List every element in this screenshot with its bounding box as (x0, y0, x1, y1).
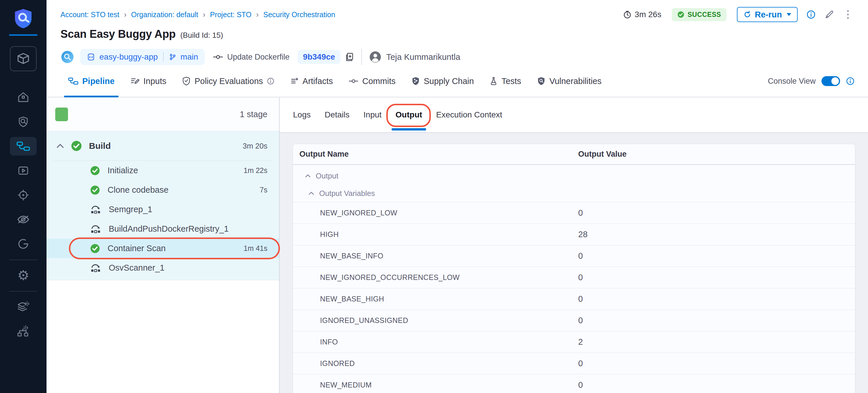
module-selector-button[interactable] (10, 46, 37, 71)
step-row[interactable]: Semgrep_1 (46, 200, 279, 219)
rerun-button[interactable]: Re-run (737, 7, 798, 22)
column-output-name: Output Name (293, 150, 578, 159)
step-name: BuildAndPushDockerRegistry_1 (109, 224, 229, 234)
info-button[interactable] (806, 10, 816, 19)
group-label: Output (316, 172, 338, 181)
variable-name: NEW_BASE_INFO (293, 252, 578, 260)
output-variables-group-row[interactable]: Output Variables (293, 185, 855, 202)
chevron-up-icon[interactable] (56, 143, 65, 149)
nav-targets[interactable] (10, 186, 37, 204)
pipeline-icon (16, 141, 30, 152)
duration-text: 3m 26s (634, 10, 661, 19)
variable-name: NEW_BASE_HIGH (293, 295, 578, 303)
policy-shield-icon (182, 77, 191, 86)
tab-vulnerabilities[interactable]: Vulnerabilities (537, 65, 601, 97)
tab-execution-context[interactable]: Execution Context (436, 97, 502, 132)
stage-row-build[interactable]: Build 3m 20s (46, 131, 279, 160)
chevron-up-icon (305, 174, 311, 178)
nav-scans[interactable] (10, 113, 37, 131)
left-nav-rail: ⚙ (0, 0, 46, 393)
commit-message[interactable]: Update Dockerfile (227, 53, 290, 62)
tab-details[interactable]: Details (325, 97, 350, 132)
nav-executions[interactable] (10, 161, 37, 180)
target-icon (17, 189, 30, 202)
stage-status-square[interactable] (55, 108, 68, 121)
tab-input[interactable]: Input (363, 97, 381, 132)
breadcrumb-separator: › (256, 10, 259, 19)
tab-label: Pipeline (82, 77, 115, 86)
breadcrumb-project[interactable]: Project: STO (210, 10, 251, 19)
vulnerability-shield-icon (537, 77, 546, 86)
tab-tests[interactable]: Tests (490, 65, 521, 97)
pencil-icon (825, 9, 834, 20)
nav-project-settings[interactable]: ⚙ (10, 266, 37, 284)
refresh-icon (743, 10, 751, 19)
step-row[interactable]: BuildAndPushDockerRegistry_1 (46, 219, 279, 239)
layers-gear-icon (16, 300, 30, 314)
nav-pipelines[interactable] (10, 137, 37, 155)
clock-icon (623, 10, 632, 19)
breadcrumb-organization[interactable]: Organization: default (131, 10, 198, 19)
tab-label: Tests (501, 77, 521, 86)
tab-artifacts[interactable]: Artifacts (290, 65, 333, 97)
stage-tree-panel: 1 stage Build 3m 20s (46, 97, 280, 393)
step-row[interactable]: Container Scan 1m 41s (46, 239, 279, 258)
tab-logs[interactable]: Logs (293, 97, 311, 132)
check-circle-icon (71, 141, 82, 151)
nav-exemptions[interactable] (10, 210, 37, 229)
stage-graph-header: 1 stage (46, 97, 279, 131)
variable-name: INFO (293, 338, 578, 346)
git-branch-icon (169, 53, 177, 61)
variable-value: 2 (578, 337, 855, 347)
output-table-card: Output Name Output Value Output Outpu (293, 144, 855, 393)
step-row[interactable]: Initialize 1m 22s (46, 161, 279, 180)
execution-header: Account: STO test › Organization: defaul… (46, 0, 868, 65)
nav-get-started[interactable] (10, 235, 37, 253)
repo-branch-pill[interactable]: easy-buggy-app main (80, 49, 205, 65)
variable-value: 0 (578, 316, 855, 325)
info-icon[interactable] (846, 77, 855, 86)
execution-tabbar: Pipeline Inputs Policy Evaluations (46, 65, 868, 97)
breadcrumb-module[interactable]: Security Orchestration (264, 10, 335, 19)
tab-inputs[interactable]: Inputs (130, 65, 166, 97)
tab-commits[interactable]: Commits (348, 65, 395, 97)
tab-pipeline[interactable]: Pipeline (68, 65, 115, 97)
tab-label: Commits (362, 77, 395, 86)
copy-sha-button[interactable] (344, 52, 354, 62)
tab-label: Policy Evaluations (194, 77, 263, 86)
tab-policy-evaluations[interactable]: Policy Evaluations (182, 65, 274, 97)
rail-divider (9, 291, 37, 292)
breadcrumb-account[interactable]: Account: STO test (60, 10, 119, 19)
execution-duration: 3m 26s (623, 10, 661, 19)
edit-pipeline-button[interactable] (825, 9, 834, 20)
console-view-toggle[interactable] (822, 76, 840, 86)
commit-sha-pill[interactable]: 9b349ce (298, 50, 340, 64)
step-row[interactable]: Clone codebase 7s (46, 180, 279, 200)
output-variable-row: IGNORED 0 (293, 353, 855, 374)
output-variable-row: NEW_IGNORED_OCCURRENCES_LOW 0 (293, 267, 855, 288)
output-variable-row: NEW_BASE_HIGH 0 (293, 288, 855, 309)
status-badge: SUCCESS (672, 8, 726, 21)
sto-shield-logo-icon[interactable] (12, 7, 35, 30)
power-icon (17, 238, 30, 250)
variable-value: 0 (578, 359, 855, 368)
nav-default-settings[interactable] (10, 297, 37, 316)
commit-icon (213, 54, 223, 60)
nav-organizations[interactable] (10, 322, 37, 340)
tab-output[interactable]: Output (396, 97, 422, 132)
output-group-row[interactable]: Output (293, 167, 855, 185)
repo-name: easy-buggy-app (99, 52, 158, 62)
stage-duration: 3m 20s (243, 142, 268, 151)
more-options-button[interactable] (844, 9, 852, 20)
tab-label: Vulnerabilities (549, 77, 601, 86)
info-icon (806, 10, 816, 19)
output-variable-row: HIGH 28 (293, 223, 855, 245)
check-circle-icon (677, 11, 685, 18)
step-row[interactable]: OsvScanner_1 (46, 258, 279, 278)
tab-supply-chain[interactable]: Supply Chain (411, 65, 474, 97)
caret-down-icon (786, 13, 791, 16)
variable-name: IGNORED_UNASSIGNED (293, 316, 578, 325)
variable-value: 28 (578, 230, 855, 239)
variable-value: 0 (578, 294, 855, 304)
nav-home[interactable] (10, 88, 37, 107)
